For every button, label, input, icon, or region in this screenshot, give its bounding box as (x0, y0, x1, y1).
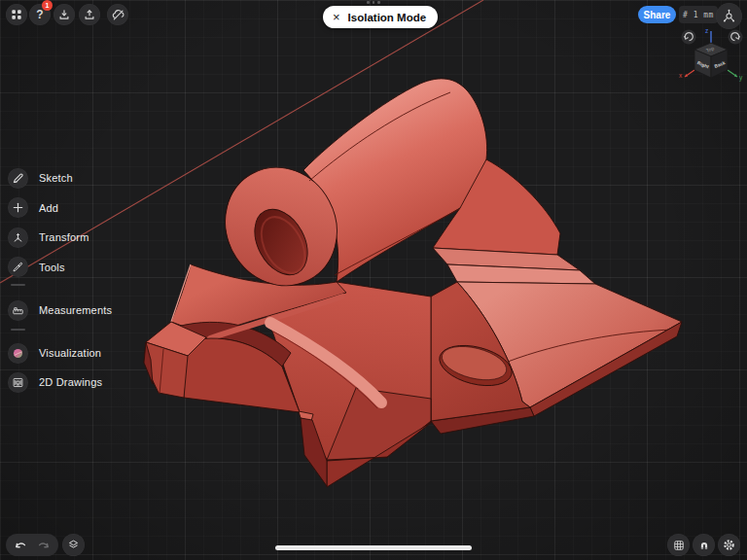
undo-redo-group (6, 534, 58, 556)
y-axis-label: y (739, 74, 743, 82)
export-button[interactable] (79, 4, 100, 25)
sidebar-item-add[interactable]: Add (8, 193, 58, 223)
sidebar-label: Transform (39, 231, 89, 243)
sidebar-divider (11, 284, 25, 286)
notification-badge: 1 (42, 0, 53, 11)
sidebar-divider (11, 329, 25, 331)
layers-button[interactable] (62, 534, 85, 556)
view-cube-widget: z x y Top Right Back (675, 23, 747, 86)
sidebar-item-2d-drawings[interactable]: 2D Drawings (8, 368, 102, 397)
measurements-icon (12, 304, 24, 317)
render-box-icon (672, 539, 686, 552)
sketch-pencil-icon (12, 172, 24, 185)
share-button[interactable]: Share (638, 6, 676, 23)
export-icon (83, 8, 96, 21)
plus-icon (12, 201, 24, 214)
x-axis-label: x (679, 72, 683, 79)
home-indicator[interactable] (275, 545, 472, 550)
render-mode-button[interactable] (667, 534, 690, 556)
apps-grid-icon (10, 8, 23, 21)
help-icon: ? (36, 9, 43, 20)
model-body[interactable] (144, 79, 682, 487)
z-axis-label: z (705, 27, 708, 34)
sidebar-item-tools[interactable]: Tools (8, 253, 65, 282)
layers-icon (66, 538, 81, 552)
snap-magnet-icon (697, 539, 711, 552)
sidebar-item-visualization[interactable]: Visualization (8, 338, 101, 368)
grid-size-indicator[interactable]: # 1 mm (679, 6, 718, 23)
rotate-left-button[interactable] (682, 30, 696, 45)
import-button[interactable] (53, 4, 75, 25)
cloud-offline-icon (111, 8, 125, 22)
undo-button[interactable] (13, 538, 28, 553)
model-viewport (0, 0, 747, 560)
sidebar-label: Tools (39, 262, 65, 273)
apps-grid-button[interactable] (6, 4, 27, 25)
orientation-gizmo-icon (721, 8, 737, 24)
sidebar-label: 2D Drawings (39, 376, 102, 388)
isolation-mode-label: Isolation Mode (348, 12, 427, 23)
settings-icon (722, 538, 736, 552)
sidebar-item-sketch[interactable]: Sketch (8, 163, 73, 192)
sidebar-label: Sketch (39, 172, 73, 184)
drag-handle-icon[interactable] (367, 1, 380, 4)
sidebar-item-measurements[interactable]: Measurements (8, 296, 112, 325)
snap-magnet-button[interactable] (693, 534, 715, 556)
isolation-mode-pill[interactable]: × Isolation Mode (323, 6, 438, 28)
sidebar-item-transform[interactable]: Transform (8, 223, 89, 252)
tools-icon (12, 261, 24, 273)
drawings-icon (12, 376, 24, 389)
sidebar-label: Visualization (39, 347, 101, 359)
import-icon (57, 8, 71, 21)
cad-app-window: { "header": { "isolation_mode": { "label… (0, 0, 747, 560)
close-icon[interactable]: × (333, 11, 340, 23)
sidebar-label: Add (39, 202, 58, 214)
visualization-icon (12, 347, 24, 360)
transform-icon (12, 231, 24, 244)
rotate-right-button[interactable] (729, 30, 743, 45)
settings-button[interactable] (718, 534, 740, 556)
sidebar-label: Measurements (39, 304, 112, 316)
redo-button[interactable] (36, 538, 52, 553)
cloud-offline-button[interactable] (107, 4, 128, 25)
